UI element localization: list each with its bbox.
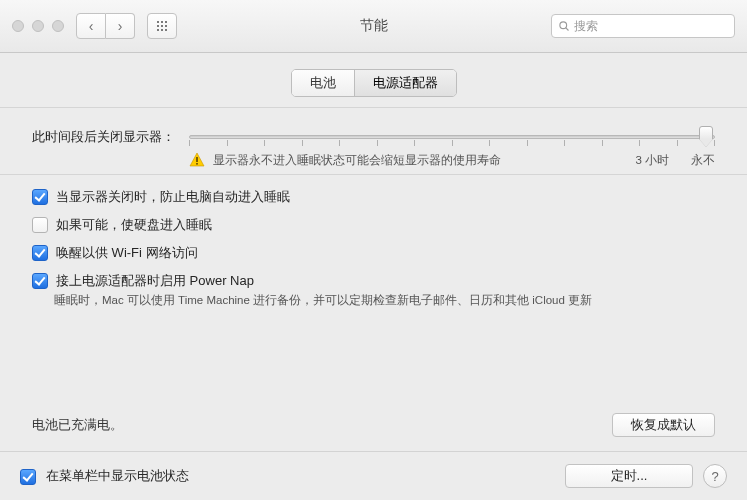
svg-point-0: [560, 22, 567, 29]
search-placeholder: 搜索: [574, 18, 598, 35]
checkbox-prevent-sleep[interactable]: [32, 189, 48, 205]
svg-line-1: [566, 28, 569, 31]
label-prevent-sleep: 当显示器关闭时，防止电脑自动进入睡眠: [56, 188, 290, 206]
warning-icon: [189, 152, 205, 168]
restore-defaults-button[interactable]: 恢复成默认: [612, 413, 715, 437]
label-power-nap: 接上电源适配器时启用 Power Nap: [56, 272, 254, 290]
options-group: 当显示器关闭时，防止电脑自动进入睡眠 如果可能，使硬盘进入睡眠 唤醒以供 Wi-…: [32, 175, 715, 308]
tab-battery[interactable]: 电池: [292, 70, 354, 96]
battery-status-text: 电池已充满电。: [32, 416, 123, 434]
zoom-window-button[interactable]: [52, 20, 64, 32]
label-show-in-menubar: 在菜单栏中显示电池状态: [46, 467, 189, 485]
display-sleep-label: 此时间段后关闭显示器：: [32, 126, 189, 146]
schedule-button[interactable]: 定时...: [565, 464, 693, 488]
energy-saver-window: ‹ › 节能 搜索 电池 电源适配器 此时间段后关闭显示器：: [0, 0, 747, 500]
window-controls: [12, 20, 64, 32]
slider-tick-3h: 3 小时: [635, 153, 669, 168]
tab-power-adapter[interactable]: 电源适配器: [354, 70, 456, 96]
footer: 在菜单栏中显示电池状态 定时... ?: [0, 451, 747, 500]
chevron-right-icon: ›: [118, 19, 123, 33]
settings-panel: 此时间段后关闭显示器： 显示器永不进入睡眠状态可能会缩短显示器的使用寿命: [0, 107, 747, 451]
slider-warning-text: 显示器永不进入睡眠状态可能会缩短显示器的使用寿命: [213, 153, 501, 168]
search-input[interactable]: 搜索: [551, 14, 735, 38]
display-sleep-row: 此时间段后关闭显示器： 显示器永不进入睡眠状态可能会缩短显示器的使用寿命: [32, 108, 715, 174]
help-icon: ?: [711, 469, 718, 484]
checkbox-show-in-menubar[interactable]: [20, 469, 36, 485]
nav-buttons: ‹ ›: [76, 13, 135, 39]
svg-rect-3: [196, 163, 198, 165]
show-all-button[interactable]: [147, 13, 177, 39]
label-wake-wifi: 唤醒以供 Wi-Fi 网络访问: [56, 244, 198, 262]
pane-body: 电池 电源适配器 此时间段后关闭显示器：: [0, 53, 747, 500]
label-disk-sleep: 如果可能，使硬盘进入睡眠: [56, 216, 212, 234]
grid-icon: [156, 20, 168, 32]
toolbar: ‹ › 节能 搜索: [0, 0, 747, 53]
checkbox-power-nap[interactable]: [32, 273, 48, 289]
chevron-left-icon: ‹: [89, 19, 94, 33]
power-nap-description: 睡眠时，Mac 可以使用 Time Machine 进行备份，并可以定期检查新电…: [32, 293, 715, 308]
close-window-button[interactable]: [12, 20, 24, 32]
svg-rect-2: [196, 157, 198, 162]
tab-bar: 电池 电源适配器: [0, 53, 747, 107]
checkbox-wake-wifi[interactable]: [32, 245, 48, 261]
slider-thumb[interactable]: [697, 126, 715, 148]
minimize-window-button[interactable]: [32, 20, 44, 32]
display-sleep-slider[interactable]: [189, 126, 715, 148]
forward-button[interactable]: ›: [106, 13, 135, 39]
search-icon: [558, 20, 570, 32]
checkbox-disk-sleep[interactable]: [32, 217, 48, 233]
help-button[interactable]: ?: [703, 464, 727, 488]
slider-tick-never: 永不: [691, 153, 715, 168]
back-button[interactable]: ‹: [76, 13, 106, 39]
